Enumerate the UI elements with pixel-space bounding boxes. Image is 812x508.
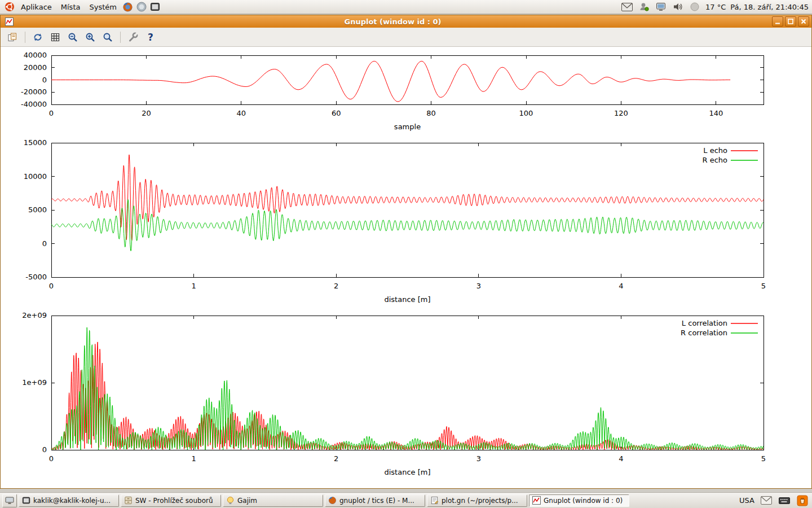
gajim-icon [226, 496, 235, 505]
task-button-editor[interactable]: plot.gn (~/projects/p... [427, 494, 527, 507]
correlation-chart[interactable]: 01234501e+092e+09distance [m]L correlati… [1, 311, 812, 480]
svg-text:80: 80 [426, 109, 436, 117]
minimize-button[interactable] [772, 16, 783, 27]
toolbar: ? [1, 28, 811, 47]
gnuplot-window: Gnuplot (window id : 0) [0, 15, 812, 489]
taskbar: kaklik@kaklik-kolej-u... SW - Prohlížeč … [0, 492, 812, 508]
svg-text:-20000: -20000 [21, 87, 47, 96]
svg-text:2e+09: 2e+09 [22, 311, 47, 319]
firefox-icon [328, 496, 337, 505]
svg-text:1e+09: 1e+09 [22, 378, 47, 387]
svg-text:5000: 5000 [28, 205, 47, 214]
svg-text:-5000: -5000 [25, 273, 47, 281]
zoom-next-button[interactable] [83, 30, 98, 45]
text-editor-icon [430, 496, 439, 505]
titlebar[interactable]: Gnuplot (window id : 0) [1, 15, 811, 28]
weather-icon[interactable] [689, 1, 701, 13]
svg-text:60: 60 [332, 109, 341, 117]
firefox-icon[interactable] [122, 1, 134, 13]
task-button-terminal[interactable]: kaklik@kaklik-kolej-u... [19, 494, 119, 507]
task-label: gnuplot / tics (E) - M... [339, 497, 414, 505]
task-label: SW - Prohlížeč souborů [135, 497, 213, 505]
terminal-icon[interactable] [149, 1, 161, 13]
svg-text:5: 5 [761, 454, 766, 463]
task-button-firefox[interactable]: gnuplot / tics (E) - M... [325, 494, 425, 507]
toggle-grid-button[interactable] [48, 30, 63, 45]
mail-icon[interactable] [621, 1, 633, 13]
help-glyph: ? [148, 32, 153, 43]
svg-text:0: 0 [42, 76, 47, 84]
svg-text:15000: 15000 [24, 138, 47, 147]
svg-text:0: 0 [49, 454, 54, 463]
svg-text:0: 0 [42, 239, 47, 248]
top-panel: Aplikace Místa Systém 17 °C Pá, 18. září… [0, 0, 812, 14]
svg-text:140: 140 [709, 109, 723, 117]
help-button[interactable]: ? [143, 30, 158, 45]
zoom-autoscale-button[interactable] [100, 30, 115, 45]
keyboard-layout-indicator[interactable]: USA [739, 496, 754, 505]
svg-text:sample: sample [394, 122, 421, 131]
clock-label[interactable]: Pá, 18. září, 21:40:45 [730, 3, 809, 11]
echo-chart[interactable]: 012345-5000050001000015000distance [m]L … [1, 138, 812, 308]
svg-text:120: 120 [614, 109, 628, 117]
taskbar-status-area: USA [739, 494, 810, 507]
svg-text:0: 0 [49, 109, 54, 117]
zoom-previous-button[interactable] [65, 30, 80, 45]
signal-chart[interactable]: 020406080100120140-40000-200000200004000… [1, 51, 812, 137]
svg-text:40: 40 [237, 109, 246, 117]
svg-text:-40000: -40000 [21, 100, 47, 108]
svg-text:L correlation: L correlation [682, 319, 727, 327]
svg-text:R correlation: R correlation [681, 329, 727, 337]
toolbar-separator [25, 32, 25, 43]
plot-area[interactable]: 020406080100120140-40000-200000200004000… [1, 47, 811, 488]
svg-text:2: 2 [334, 282, 338, 290]
svg-text:20000: 20000 [24, 63, 47, 72]
svg-text:2: 2 [334, 454, 338, 463]
svg-text:100: 100 [519, 109, 533, 117]
ubuntu-logo-icon [3, 1, 16, 13]
menu-system[interactable]: Systém [85, 1, 120, 13]
task-label: Gajim [237, 497, 257, 505]
copy-plot-button[interactable] [5, 30, 20, 45]
task-button-gajim[interactable]: Gajim [223, 494, 323, 507]
svg-text:5: 5 [761, 282, 766, 290]
svg-text:4: 4 [619, 454, 623, 463]
gnuplot-icon [532, 496, 541, 505]
keyboard-icon[interactable] [778, 494, 791, 507]
show-desktop-button[interactable] [2, 494, 17, 507]
maximize-button[interactable] [785, 16, 796, 27]
file-manager-icon [124, 496, 133, 505]
menu-applications[interactable]: Aplikace [17, 1, 56, 13]
svg-text:0: 0 [42, 445, 47, 454]
svg-text:40000: 40000 [24, 51, 47, 59]
task-label: kaklik@kaklik-kolej-u... [33, 497, 111, 505]
trash-icon[interactable] [796, 494, 809, 507]
toolbar-separator [120, 32, 121, 43]
user-switch-icon[interactable] [638, 1, 650, 13]
svg-text:distance [m]: distance [m] [384, 295, 430, 304]
svg-text:4: 4 [619, 282, 623, 290]
temperature-label[interactable]: 17 °C [705, 3, 726, 11]
svg-text:10000: 10000 [24, 172, 47, 181]
replot-button[interactable] [30, 30, 45, 45]
svg-text:distance [m]: distance [m] [384, 468, 430, 476]
gnuplot-window-icon [3, 15, 15, 28]
mail-icon[interactable] [760, 494, 773, 507]
svg-text:3: 3 [476, 454, 481, 463]
panel-status-area: 17 °C Pá, 18. září, 21:40:45 [621, 1, 809, 13]
task-button-file-manager[interactable]: SW - Prohlížeč souborů [121, 494, 221, 507]
configure-button[interactable] [126, 30, 140, 45]
svg-text:R echo: R echo [702, 156, 727, 164]
volume-icon[interactable] [672, 1, 684, 13]
menu-places[interactable]: Místa [57, 1, 85, 13]
svg-text:20: 20 [142, 109, 151, 117]
terminal-icon [22, 496, 30, 505]
task-label: Gnuplot (window id : 0) [544, 497, 623, 505]
close-button[interactable] [798, 16, 809, 27]
task-button-gnuplot[interactable]: Gnuplot (window id : 0) [529, 494, 629, 507]
help-browser-icon[interactable] [135, 1, 148, 13]
display-icon[interactable] [655, 1, 667, 13]
svg-text:1: 1 [191, 282, 196, 290]
svg-text:0: 0 [49, 282, 54, 290]
svg-text:3: 3 [476, 282, 481, 290]
